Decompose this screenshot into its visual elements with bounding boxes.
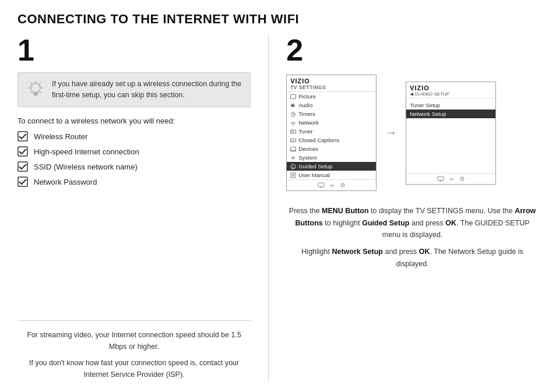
svg-point-22: [292, 130, 294, 132]
checklist-item-label: Wireless Router: [34, 132, 87, 141]
svg-rect-9: [33, 93, 38, 94]
svg-point-20: [293, 125, 294, 126]
svg-line-6: [40, 92, 41, 94]
svg-rect-15: [291, 94, 296, 98]
right-description: Press the MENU Button to display the TV …: [286, 205, 539, 270]
screen1-header: VIZIO TV SETTINGS: [287, 75, 376, 92]
svg-text:CC: CC: [291, 140, 295, 142]
step1-number: 1: [17, 35, 251, 65]
svg-rect-25: [291, 147, 296, 151]
footer-icon2: [329, 182, 335, 188]
svg-line-5: [30, 83, 32, 84]
screen2-back: ◀ GUIDED SETUP: [410, 91, 492, 97]
svg-line-8: [30, 92, 32, 94]
screen1: VIZIO TV SETTINGS Picture Audio: [286, 75, 376, 191]
menu-item-audio: Audio: [287, 101, 376, 110]
lightbulb-icon: [25, 80, 46, 101]
screen2-footer: [406, 173, 495, 184]
screen1-menu: Picture Audio Timers: [287, 92, 376, 179]
need-label: To connect to a wireless network you wil…: [17, 116, 251, 125]
network-icon: [290, 120, 296, 126]
screen2: VIZIO ◀ GUIDED SETUP Tuner Setup Network…: [406, 82, 496, 185]
timers-icon: [290, 111, 296, 117]
menu-item-guided-setup: G Guided Setup: [287, 162, 376, 171]
page: CONNECTING TO THE INTERNET WITH WIFI 1: [0, 0, 556, 392]
footer-icon3: [459, 176, 465, 182]
system-icon: [290, 155, 296, 161]
checklist-item-label: Network Password: [34, 178, 97, 186]
footer-icon2: [449, 176, 455, 182]
menu-item-network-setup: Network Setup: [406, 110, 495, 118]
step2-number: 2: [286, 35, 539, 65]
svg-point-0: [31, 83, 40, 93]
menu-item-network: Network: [287, 118, 376, 127]
devices-icon: [290, 146, 296, 152]
menu-item-tuner-setup: Tuner Setup: [406, 101, 495, 110]
footer-icon3: [340, 182, 346, 188]
svg-line-7: [40, 83, 41, 84]
footer-icon1: [318, 182, 325, 188]
svg-rect-41: [438, 176, 444, 181]
note-line-1: For streaming video, your Internet conne…: [17, 329, 251, 352]
screen2-menu: Tuner Setup Network Setup: [406, 98, 495, 121]
menu-item-timers: Timers: [287, 110, 376, 118]
col-left: 1 If you have already set up a wirel: [17, 35, 269, 380]
list-item: High-speed Internet connection: [17, 146, 251, 157]
two-columns: 1 If you have already set up a wirel: [17, 35, 539, 380]
checkbox-icon: [17, 131, 28, 142]
svg-point-28: [293, 157, 294, 158]
audio-icon: [290, 103, 296, 108]
page-title: CONNECTING TO THE INTERNET WITH WIFI: [17, 12, 539, 27]
col-right: 2 VIZIO TV SETTINGS Picture: [269, 35, 539, 380]
menu-item-user-manual: User Manual: [287, 171, 376, 179]
checkbox-icon: [17, 176, 28, 187]
checklist-item-label: High-speed Internet connection: [34, 147, 139, 156]
checkbox-icon: [17, 146, 28, 157]
desc-line1: Press the MENU Button to display the TV …: [286, 205, 539, 241]
picture-icon: [290, 94, 296, 100]
tuner-icon: [290, 129, 296, 135]
screen1-brand: VIZIO: [290, 77, 372, 84]
guided-setup-icon: G: [290, 164, 296, 169]
tip-text: If you have already set up a wireless co…: [52, 79, 243, 101]
screen2-brand: VIZIO: [410, 84, 492, 91]
checklist: Wireless Router High-speed Internet conn…: [17, 131, 251, 192]
screens-row: VIZIO TV SETTINGS Picture Audio: [286, 75, 539, 191]
note-line-2: If you don't know how fast your connecti…: [17, 357, 251, 380]
screen1-subtitle: TV SETTINGS: [290, 84, 372, 90]
desc-line2: Highlight Network Setup and press OK. Th…: [286, 246, 539, 270]
svg-text:G: G: [292, 165, 294, 168]
manual-icon: [290, 172, 296, 178]
svg-rect-35: [318, 183, 324, 187]
checklist-item-label: SSID (Wireless network name): [34, 163, 138, 171]
menu-item-system: System: [287, 153, 376, 162]
checkbox-icon: [17, 161, 28, 172]
menu-item-cc: CC Closed Captions: [287, 136, 376, 144]
cc-icon: CC: [290, 137, 296, 143]
menu-item-tuner: Tuner: [287, 127, 376, 136]
screen1-footer: [287, 179, 376, 190]
list-item: Wireless Router: [17, 131, 251, 142]
tip-box: If you have already set up a wireless co…: [17, 72, 251, 107]
svg-rect-10: [34, 94, 37, 96]
svg-rect-21: [291, 130, 296, 133]
list-item: Network Password: [17, 176, 251, 187]
list-item: SSID (Wireless network name): [17, 161, 251, 172]
menu-item-picture: Picture: [287, 92, 376, 101]
svg-point-46: [462, 179, 462, 180]
bottom-note: For streaming video, your Internet conne…: [17, 320, 251, 380]
svg-point-40: [342, 186, 343, 186]
menu-item-devices: Devices: [287, 144, 376, 153]
svg-marker-16: [291, 103, 294, 108]
footer-icon1: [437, 176, 444, 182]
screen2-header: VIZIO ◀ GUIDED SETUP: [406, 82, 495, 98]
arrow-right: →: [385, 125, 397, 140]
